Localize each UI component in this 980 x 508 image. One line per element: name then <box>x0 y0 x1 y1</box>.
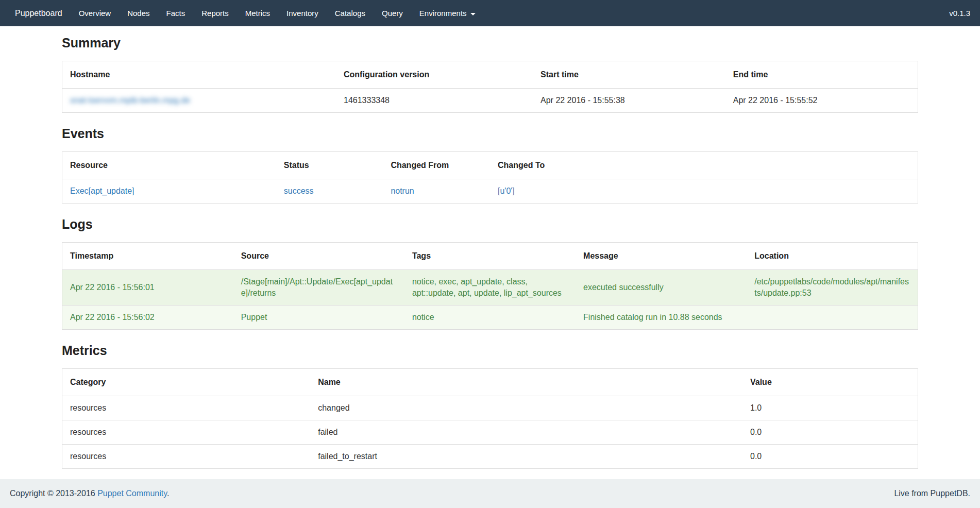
nav-item-catalogs[interactable]: Catalogs <box>327 0 374 26</box>
metric-row: resources changed 1.0 <box>62 396 918 420</box>
log-row: Apr 22 2016 - 15:56:01 /Stage[main]/Apt:… <box>62 270 918 306</box>
event-row: Exec[apt_update] success notrun [u'0'] <box>62 179 918 204</box>
summary-col-end-time: End time <box>725 61 918 89</box>
metric-category-cell: resources <box>62 420 311 445</box>
summary-col-start-time: Start time <box>533 61 725 89</box>
event-resource-cell: Exec[apt_update] <box>62 179 276 204</box>
log-location-cell: /etc/puppetlabs/code/modules/apt/manifes… <box>747 270 918 306</box>
log-tags-cell: notice <box>404 306 576 330</box>
metric-name-cell: failed <box>310 420 742 445</box>
summary-col-config-version: Configuration version <box>336 61 533 89</box>
log-location-cell <box>747 306 918 330</box>
summary-row: snat-tservvm.mpib-berlin.mpg.de 14613333… <box>62 89 918 113</box>
nav-item-environments-label: Environments <box>419 9 467 18</box>
event-changed-from-cell: notrun <box>383 179 490 204</box>
metrics-col-category: Category <box>62 369 311 396</box>
metric-value-cell: 0.0 <box>742 445 918 469</box>
caret-down-icon <box>470 13 476 15</box>
events-heading: Events <box>62 126 918 141</box>
nav-left-group: Puppetboard Overview Nodes Facts Reports… <box>7 0 484 26</box>
log-timestamp-cell: Apr 22 2016 - 15:56:02 <box>62 306 233 330</box>
log-message-cell: Finished catalog run in 10.88 seconds <box>576 306 747 330</box>
logs-table: Timestamp Source Tags Message Location A… <box>62 242 918 330</box>
nav-item-facts[interactable]: Facts <box>158 0 194 26</box>
nav-item-overview[interactable]: Overview <box>71 0 120 26</box>
event-resource-link[interactable]: Exec[apt_update] <box>70 187 134 195</box>
metrics-table: Category Name Value resources changed 1.… <box>62 368 918 469</box>
nav-item-nodes[interactable]: Nodes <box>119 0 158 26</box>
hostname-cell: snat-tservvm.mpib-berlin.mpg.de <box>62 89 336 113</box>
events-col-changed-to: Changed To <box>490 152 918 179</box>
hostname-link[interactable]: snat-tservvm.mpib-berlin.mpg.de <box>70 96 190 105</box>
logs-col-location: Location <box>747 243 918 270</box>
version-label: v0.1.3 <box>939 0 980 26</box>
copyright-text: Copyright © 2013-2016 Puppet Community. <box>10 489 169 498</box>
metric-row: resources failed 0.0 <box>62 420 918 445</box>
nav-item-query[interactable]: Query <box>374 0 411 26</box>
nav-item-metrics[interactable]: Metrics <box>237 0 278 26</box>
brand-puppetboard[interactable]: Puppetboard <box>7 0 71 26</box>
metric-row: resources failed_to_restart 0.0 <box>62 445 918 469</box>
metrics-col-value: Value <box>742 369 918 396</box>
metrics-col-name: Name <box>310 369 742 396</box>
log-row: Apr 22 2016 - 15:56:02 Puppet notice Fin… <box>62 306 918 330</box>
nav-item-reports[interactable]: Reports <box>193 0 237 26</box>
metric-value-cell: 0.0 <box>742 420 918 445</box>
metric-category-cell: resources <box>62 396 311 420</box>
top-navbar: Puppetboard Overview Nodes Facts Reports… <box>0 0 980 26</box>
report-page-content: Summary Hostname Configuration version S… <box>62 35 918 469</box>
summary-col-hostname: Hostname <box>62 61 336 89</box>
event-changed-from-link[interactable]: notrun <box>391 187 414 195</box>
metrics-heading: Metrics <box>62 343 918 358</box>
copyright-suffix: . <box>167 489 169 498</box>
log-timestamp-cell: Apr 22 2016 - 15:56:01 <box>62 270 233 306</box>
logs-col-message: Message <box>576 243 747 270</box>
metric-value-cell: 1.0 <box>742 396 918 420</box>
event-changed-to-link[interactable]: [u'0'] <box>498 187 515 195</box>
logs-heading: Logs <box>62 216 918 232</box>
metric-name-cell: changed <box>310 396 742 420</box>
log-source-cell: /Stage[main]/Apt::Update/Exec[apt_update… <box>233 270 404 306</box>
live-from-puppetdb-text: Live from PuppetDB. <box>894 489 970 498</box>
events-table: Resource Status Changed From Changed To … <box>62 151 918 204</box>
logs-col-timestamp: Timestamp <box>62 243 233 270</box>
events-col-resource: Resource <box>62 152 276 179</box>
logs-header-row: Timestamp Source Tags Message Location <box>62 243 918 270</box>
metrics-header-row: Category Name Value <box>62 369 918 396</box>
event-status-cell: success <box>276 179 383 204</box>
metric-name-cell: failed_to_restart <box>310 445 742 469</box>
summary-table: Hostname Configuration version Start tim… <box>62 61 918 113</box>
logs-col-source: Source <box>233 243 404 270</box>
event-status-link[interactable]: success <box>284 187 314 195</box>
nav-item-inventory[interactable]: Inventory <box>278 0 327 26</box>
footer: Copyright © 2013-2016 Puppet Community. … <box>0 479 980 508</box>
log-message-cell: executed successfully <box>576 270 747 306</box>
summary-header-row: Hostname Configuration version Start tim… <box>62 61 918 89</box>
events-col-changed-from: Changed From <box>383 152 490 179</box>
end-time-cell: Apr 22 2016 - 15:55:52 <box>725 89 918 113</box>
config-version-cell: 1461333348 <box>336 89 533 113</box>
puppet-community-link[interactable]: Puppet Community <box>97 489 167 498</box>
metric-category-cell: resources <box>62 445 311 469</box>
summary-heading: Summary <box>62 35 918 50</box>
nav-menu: Overview Nodes Facts Reports Metrics Inv… <box>71 0 484 26</box>
events-col-status: Status <box>276 152 383 179</box>
copyright-prefix: Copyright © 2013-2016 <box>10 489 97 498</box>
log-tags-cell: notice, exec, apt_update, class, apt::up… <box>404 270 576 306</box>
nav-item-environments-dropdown[interactable]: Environments <box>411 0 484 26</box>
events-header-row: Resource Status Changed From Changed To <box>62 152 918 179</box>
log-source-cell: Puppet <box>233 306 404 330</box>
logs-col-tags: Tags <box>404 243 576 270</box>
event-changed-to-cell: [u'0'] <box>490 179 918 204</box>
start-time-cell: Apr 22 2016 - 15:55:38 <box>533 89 725 113</box>
